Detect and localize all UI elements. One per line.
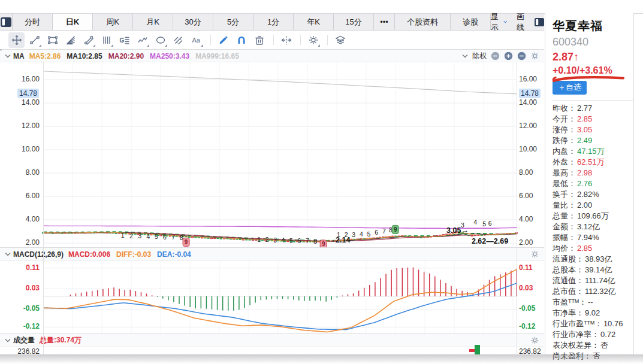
toolbar-separator [327,35,328,45]
volume-bar [475,345,480,354]
tab-min-30[interactable]: 30分 [173,14,213,30]
stat-value: 否 [600,340,608,351]
price-value: 2.87 [553,51,573,63]
main-ytick: 4.00 [16,215,40,223]
zoom-out-circle-icon[interactable] [517,51,526,60]
gear-icon[interactable] [530,51,539,60]
trendline-button[interactable] [26,32,43,48]
stat-value: 47.15万 [577,146,605,157]
display-menu[interactable]: 显示 [491,11,507,33]
stat-row: 最高：2.98 [553,168,633,178]
ma-legend: MA5:2.86MA10:2.85MA20:2.90MA250:3.43MA99… [29,52,245,60]
svg-text:1: 1 [257,236,261,243]
svg-text:4: 4 [282,236,285,244]
tabs-container: 分时日K周K月K30分5分1分年K15分•••个股资料诊股 [13,14,491,30]
vertical-lines-icon [101,35,112,46]
tab-diagnose[interactable]: 诊股 [451,14,491,30]
svg-text:6: 6 [488,220,492,227]
rect-tool-button[interactable] [44,32,61,48]
h-expand-button[interactable] [278,32,294,48]
toolbar-separator [273,35,274,45]
stat-row: 昨收：2.77 [553,103,633,114]
macd-ytick: -0.05 [16,304,40,313]
gann-box-button[interactable]: G [116,32,132,48]
tab-min-15[interactable]: 15分 [334,14,374,30]
stat-row: 均价：2.85 [553,243,633,254]
tab-fenshi[interactable]: 分时 [13,14,53,30]
collapse-chevron-icon[interactable] [5,338,11,342]
vertical-lines-button[interactable] [98,32,114,48]
macd-ytick: -0.05 [519,304,543,313]
tab-stock-info[interactable]: 个股资料 [395,14,451,30]
svg-text:9: 9 [394,226,397,233]
stat-label: 总股本： [553,265,584,275]
layers-icon [335,35,346,46]
main-ytick: 16.00 [519,75,543,83]
stat-value: 3.05 [577,125,592,135]
pencil-button[interactable] [215,32,231,48]
tab-min-5[interactable]: 5分 [213,14,253,30]
chevron-down-icon[interactable] [462,54,468,58]
legend-item: DEA:-0.04 [157,250,191,259]
ellipse-button[interactable] [152,32,168,48]
drawline-button[interactable]: 画线 [517,11,524,33]
plot-right-border [517,62,517,354]
hatch-button[interactable] [170,32,186,48]
right-panel-toggle[interactable] [534,17,545,27]
change-value: +0.10/+3.61% [553,65,612,75]
stat-label: 金额： [553,222,576,232]
collapse-chevron-icon[interactable] [5,252,11,256]
settings-button[interactable] [305,32,321,48]
svg-text:6: 6 [297,237,301,244]
stat-row: 市净率：9.02 [553,308,633,318]
stat-label: 总量： [553,211,576,222]
macd-chart[interactable] [0,262,544,333]
tab-year-k[interactable]: 年K [294,14,334,30]
trash-button[interactable] [251,32,267,48]
stat-value: 38.93亿 [585,254,612,265]
stat-label: 最高： [553,168,576,178]
stat-label: 昨收： [553,103,576,114]
svg-text:5: 5 [367,230,371,238]
legend-item: MA250:3.43 [150,52,189,60]
svg-text:7: 7 [171,233,175,241]
volume-pane-header: 成交量 总量:30.74万 [0,334,544,347]
stat-label: 换手： [553,189,576,200]
price-change: +0.10/+3.61% [553,65,627,76]
stat-label: 表决权差异： [553,340,599,351]
stat-row: 流通股：38.93亿 [553,254,633,265]
tab-month-k[interactable]: 月K [133,14,173,30]
svg-text:7: 7 [306,237,309,244]
adjust-mode-label[interactable]: 除权 [472,51,487,61]
left-panel-toggle[interactable] [0,14,13,30]
wave-button[interactable] [134,32,150,48]
toolbar-separator [300,35,301,45]
gann-fan-button[interactable] [62,32,79,48]
collapse-circle-icon[interactable] [491,51,500,60]
macd-pane-header: MACD(12,26,9) MACD:0.006DIFF:-0.03DEA:-0… [0,248,544,261]
collapse-chevron-icon[interactable] [5,54,11,58]
main-chart[interactable]: 1234567891234567891234567893456→2.143.05… [0,62,544,247]
zoom-in-circle-icon[interactable] [504,51,513,60]
move-button[interactable] [8,32,25,48]
tab-min-1[interactable]: 1分 [253,14,294,30]
gear-icon[interactable] [530,336,539,345]
tab-day-k[interactable]: 日K [53,14,93,30]
text-tool-button[interactable]: Aa [188,32,204,48]
layers-button[interactable] [332,32,348,48]
macd-ytick: 0.03 [16,284,40,292]
gear-icon[interactable] [530,250,539,259]
macd-ytick: 0.03 [519,284,543,292]
pitchfork-button[interactable] [80,32,96,48]
magnet-button[interactable] [233,32,249,48]
add-watchlist-button[interactable]: ＋自选 [553,81,587,95]
tab-more[interactable]: ••• [374,14,395,30]
stat-value: 39.14亿 [585,265,612,275]
tab-week-k[interactable]: 周K [93,14,133,30]
trash-icon [254,35,265,46]
main-ytick: 12.00 [16,122,40,130]
window-shadow [0,355,643,364]
stat-row: 行业市盈ᵀᵀᴹ：10.76 [553,318,633,329]
panel-icon [534,17,545,27]
stat-value: 2.77 [577,103,592,114]
